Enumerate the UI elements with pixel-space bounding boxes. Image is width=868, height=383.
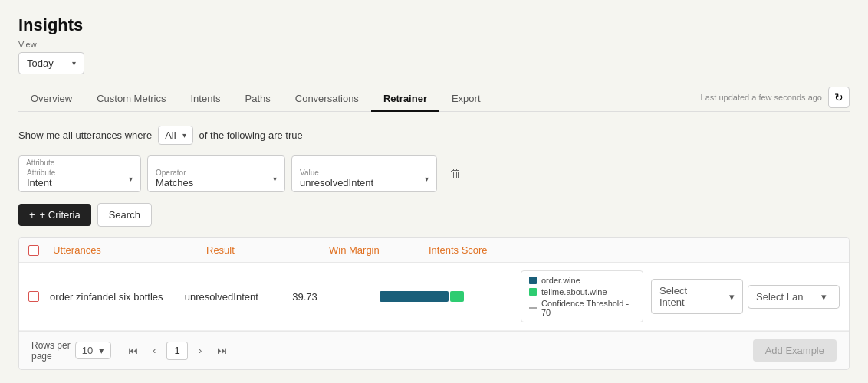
filter-suffix: of the following are true bbox=[199, 129, 303, 141]
rows-arrow: ▾ bbox=[99, 345, 104, 356]
legend-label-1: tellme.about.wine bbox=[541, 287, 607, 296]
action-row: + + Criteria Search bbox=[18, 203, 850, 227]
view-dropdown-arrow: ▾ bbox=[72, 59, 76, 67]
tab-custom-metrics[interactable]: Custom Metrics bbox=[84, 87, 178, 112]
bar-segment-0 bbox=[380, 291, 449, 302]
results-table: Utterances Result Win Margin Intents Sco… bbox=[18, 237, 850, 370]
last-page-button[interactable]: ⏭ bbox=[212, 342, 231, 360]
legend-item-0: order.wine bbox=[529, 276, 635, 285]
tab-retrainer[interactable]: Retrainer bbox=[371, 87, 439, 112]
rows-per-page-label: Rows per page bbox=[31, 340, 71, 362]
legend-color-1 bbox=[529, 288, 537, 296]
utterance-cell: order zinfandel six bottles bbox=[50, 291, 185, 303]
current-page: 1 bbox=[166, 342, 188, 360]
operator-dropdown[interactable]: Operator Matches ▾ bbox=[147, 155, 285, 192]
attribute-sublabel: Attribute bbox=[26, 159, 54, 167]
delete-criteria-button[interactable]: 🗑 bbox=[443, 162, 468, 186]
attribute-group: Attribute Attribute Intent ▾ bbox=[18, 155, 141, 192]
row-checkbox[interactable] bbox=[28, 291, 50, 302]
view-value: Today bbox=[27, 57, 54, 69]
rows-value: 10 bbox=[82, 345, 93, 356]
value-group: Value unresolvedIntent ▾ bbox=[291, 155, 437, 192]
filter-row: Show me all utterances where All ▾ of th… bbox=[18, 126, 850, 145]
legend-label-0: order.wine bbox=[541, 276, 580, 285]
select-lan-arrow: ▾ bbox=[821, 291, 827, 303]
next-page-button[interactable]: › bbox=[191, 342, 209, 360]
rows-per-page: Rows per page 10 ▾ bbox=[31, 340, 111, 362]
bar-segment-1 bbox=[450, 291, 464, 302]
intents-cell bbox=[380, 291, 515, 302]
criteria-dropdowns: Attribute Attribute Intent ▾ Operator Ma… bbox=[18, 155, 850, 192]
select-lan-dropdown[interactable]: Select Lan ▾ bbox=[748, 285, 840, 309]
operator-arrow: ▾ bbox=[273, 175, 277, 183]
add-example-button[interactable]: Add Example bbox=[753, 339, 837, 362]
result-cell: unresolvedIntent bbox=[185, 291, 293, 303]
attribute-label-text: Attribute bbox=[27, 169, 119, 177]
col-winmargin: Win Margin bbox=[329, 244, 429, 256]
bar-chart bbox=[380, 291, 472, 302]
operator-group: Operator Matches ▾ bbox=[147, 155, 285, 192]
legend-item-2: Confidence Threshold - 70 bbox=[529, 299, 635, 317]
col-intents: Intents Score bbox=[429, 244, 582, 256]
winmargin-cell: 39.73 bbox=[292, 291, 380, 303]
add-criteria-button[interactable]: + + Criteria bbox=[18, 204, 91, 226]
col-result: Result bbox=[206, 244, 329, 256]
legend-dashed-icon bbox=[529, 307, 537, 309]
rows-per-page-dropdown[interactable]: 10 ▾ bbox=[75, 342, 111, 359]
page-title: Insights bbox=[18, 15, 850, 35]
pagination: ⏮ ‹ 1 › ⏭ bbox=[123, 342, 231, 360]
first-page-button[interactable]: ⏮ bbox=[123, 342, 142, 360]
tab-overview[interactable]: Overview bbox=[18, 87, 84, 112]
operator-value: Matches bbox=[156, 177, 255, 188]
tab-export[interactable]: Export bbox=[439, 87, 493, 112]
select-intent-dropdown[interactable]: Select Intent ▾ bbox=[651, 279, 743, 314]
filter-all-dropdown[interactable]: All ▾ bbox=[158, 126, 192, 145]
attribute-dropdown[interactable]: Attribute Attribute Intent ▾ bbox=[18, 155, 141, 192]
search-button[interactable]: Search bbox=[97, 203, 152, 227]
view-dropdown[interactable]: Today ▾ bbox=[18, 52, 84, 74]
legend-label-2: Confidence Threshold - 70 bbox=[541, 299, 635, 317]
value-value: unresolvedIntent bbox=[300, 177, 415, 188]
refresh-button[interactable]: ↻ bbox=[828, 87, 850, 108]
col-utterances: Utterances bbox=[53, 244, 206, 256]
attribute-arrow: ▾ bbox=[129, 175, 133, 183]
table-header: Utterances Result Win Margin Intents Sco… bbox=[19, 238, 849, 263]
filter-all-value: All bbox=[165, 129, 176, 141]
tab-intents[interactable]: Intents bbox=[178, 87, 232, 112]
attribute-value: Intent bbox=[27, 177, 119, 188]
legend-item-1: tellme.about.wine bbox=[529, 287, 635, 296]
criteria-btn-label: + Criteria bbox=[40, 209, 81, 221]
tab-conversations[interactable]: Conversations bbox=[283, 87, 371, 112]
value-dropdown[interactable]: Value unresolvedIntent ▾ bbox=[291, 155, 437, 192]
nav-tabs: Overview Custom Metrics Intents Paths Co… bbox=[18, 87, 850, 112]
value-arrow: ▾ bbox=[425, 175, 429, 183]
table-row: order zinfandel six bottles unresolvedIn… bbox=[19, 263, 849, 331]
filter-all-arrow: ▾ bbox=[182, 131, 186, 139]
nav-right: Last updated a few seconds ago ↻ bbox=[701, 87, 850, 111]
select-intent-label: Select Intent bbox=[659, 285, 711, 308]
table-footer: Rows per page 10 ▾ ⏮ ‹ 1 › ⏭ Add Example bbox=[19, 331, 849, 369]
legend-color-0 bbox=[529, 277, 537, 284]
prev-page-button[interactable]: ‹ bbox=[145, 342, 163, 360]
select-lan-label: Select Lan bbox=[756, 291, 803, 303]
view-label: View bbox=[18, 40, 850, 49]
value-label-text: Value bbox=[300, 169, 415, 177]
operator-label-text: Operator bbox=[156, 169, 255, 177]
header-checkbox bbox=[28, 245, 53, 256]
filter-prefix: Show me all utterances where bbox=[18, 129, 152, 141]
plus-icon: + bbox=[29, 209, 35, 221]
select-intent-arrow: ▾ bbox=[729, 291, 735, 303]
last-updated-text: Last updated a few seconds ago bbox=[701, 93, 822, 102]
tab-paths[interactable]: Paths bbox=[233, 87, 283, 112]
legend-box: order.wine tellme.about.wine Confidence … bbox=[521, 270, 643, 322]
